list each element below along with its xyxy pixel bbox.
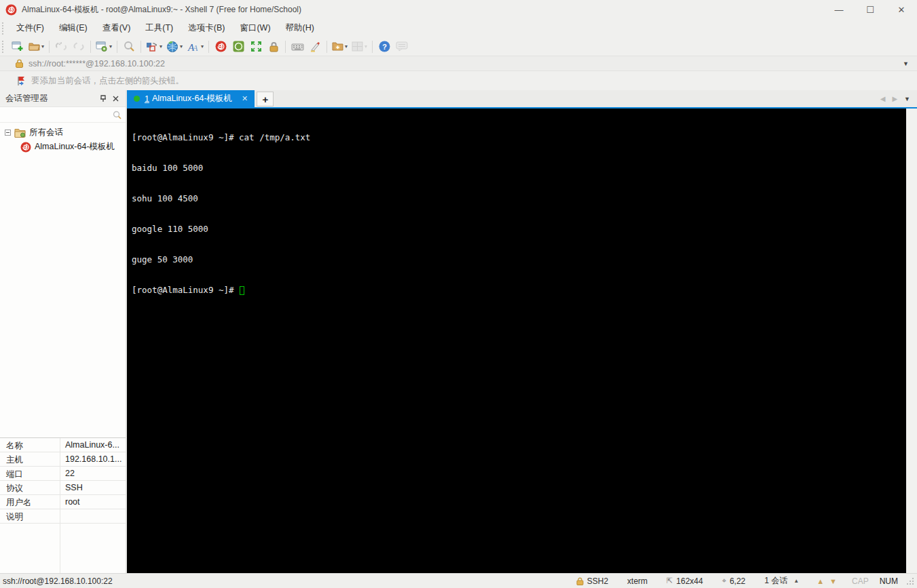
terminal-line: [root@AlmaLinux9 ~]# cat /tmp/a.txt bbox=[132, 132, 906, 142]
resize-dimensions-icon: ⇱ bbox=[667, 576, 673, 585]
prop-label: 主机 bbox=[0, 452, 60, 466]
sessions-folder-icon bbox=[14, 128, 26, 138]
help-icon[interactable]: ? bbox=[375, 39, 393, 55]
xshell-logo-icon bbox=[5, 4, 17, 16]
open-session-dropdown[interactable]: ▾ bbox=[41, 43, 44, 50]
lock-screen-icon[interactable] bbox=[265, 39, 282, 55]
prop-value bbox=[60, 509, 126, 523]
xftp-icon[interactable] bbox=[229, 39, 247, 55]
toolbar-separator bbox=[326, 41, 327, 53]
content-area: 1 AlmaLinux-64-模板机 ✕ + ◀ ▶ ▼ [root@AlmaL… bbox=[127, 90, 917, 573]
prev-session-icon[interactable]: ▲ bbox=[817, 577, 824, 585]
toolbar-separator bbox=[90, 41, 91, 53]
terminal-line: guge 50 3000 bbox=[132, 254, 906, 264]
web-icon[interactable]: ▾ bbox=[164, 39, 185, 55]
status-lock-icon bbox=[576, 577, 584, 585]
status-protocol: SSH2 bbox=[567, 576, 618, 586]
address-url[interactable]: ssh://root:******@192.168.10.100:22 bbox=[29, 59, 897, 68]
tree-item-all-sessions[interactable]: 所有会话 bbox=[0, 125, 126, 140]
tab-index: 1 bbox=[145, 94, 149, 104]
find-icon[interactable] bbox=[120, 39, 138, 55]
info-message: 要添加当前会话，点击左侧的箭头按钮。 bbox=[31, 75, 184, 87]
session-search[interactable] bbox=[0, 107, 126, 123]
search-icon[interactable] bbox=[113, 111, 121, 119]
tab-list-dropdown-icon[interactable]: ▼ bbox=[904, 96, 910, 102]
prop-value: root bbox=[60, 495, 126, 509]
session-manager-header: 会话管理器 bbox=[0, 90, 126, 107]
tree-item-label[interactable]: AlmaLinux-64-模板机 bbox=[35, 141, 115, 153]
close-button[interactable]: ✕ bbox=[886, 0, 917, 19]
menu-edit[interactable]: 编辑(E) bbox=[52, 20, 95, 37]
prop-label: 用户名 bbox=[0, 495, 60, 509]
prop-row-port: 端口 22 bbox=[0, 467, 126, 481]
session-manager-title: 会话管理器 bbox=[5, 93, 97, 104]
address-bar[interactable]: ssh://root:******@192.168.10.100:22 ▼ bbox=[0, 56, 917, 71]
session-properties-dropdown[interactable]: ▾ bbox=[109, 43, 112, 50]
virtual-keyboard-icon[interactable] bbox=[288, 39, 306, 55]
prop-label: 端口 bbox=[0, 467, 60, 480]
terminal-scrollbar[interactable] bbox=[906, 109, 917, 573]
tab-scroll-right-icon: ▶ bbox=[892, 95, 897, 102]
prop-label: 协议 bbox=[0, 481, 60, 494]
tree-collapse-icon[interactable] bbox=[5, 130, 11, 136]
prop-value: SSH bbox=[60, 481, 126, 494]
toolbar-separator bbox=[141, 41, 141, 53]
status-terminal-type[interactable]: xterm bbox=[618, 576, 657, 586]
layout-icon[interactable]: ▾ bbox=[144, 39, 164, 55]
session-search-input[interactable] bbox=[4, 110, 113, 119]
open-session-icon[interactable]: ▾ bbox=[26, 39, 46, 55]
pin-panel-icon[interactable] bbox=[97, 92, 109, 104]
xshell-window: AlmaLinux-64-模板机 - root@AlmaLinux9:~ - X… bbox=[0, 0, 917, 588]
tab-bar: 1 AlmaLinux-64-模板机 ✕ + ◀ ▶ ▼ bbox=[127, 90, 917, 109]
address-dropdown[interactable]: ▼ bbox=[897, 60, 914, 67]
prop-value: AlmaLinux-6... bbox=[60, 438, 126, 452]
menubar-grip[interactable] bbox=[2, 22, 7, 35]
menu-window[interactable]: 窗口(W) bbox=[232, 20, 278, 37]
window-resize-grip[interactable] bbox=[906, 577, 914, 585]
status-num-lock: NUM bbox=[876, 576, 905, 586]
title-bar: AlmaLinux-64-模板机 - root@AlmaLinux9:~ - X… bbox=[0, 0, 917, 19]
menu-file[interactable]: 文件(F) bbox=[9, 20, 52, 37]
terminal-line: baidu 100 5000 bbox=[132, 163, 906, 173]
highlight-pen-icon[interactable] bbox=[306, 39, 324, 55]
xshell-icon[interactable] bbox=[212, 39, 229, 55]
prop-value: 22 bbox=[60, 467, 126, 480]
toolbar-separator bbox=[372, 41, 373, 53]
status-session-count[interactable]: 1 会话▲ bbox=[755, 575, 808, 587]
tile-windows-dropdown: ▾ bbox=[364, 43, 367, 50]
minimize-button[interactable]: — bbox=[823, 0, 855, 19]
menu-tools[interactable]: 工具(T) bbox=[138, 20, 181, 37]
font-dropdown[interactable]: ▾ bbox=[201, 43, 204, 50]
tree-item-session[interactable]: AlmaLinux-64-模板机 bbox=[0, 140, 126, 154]
session-properties-icon[interactable]: ▾ bbox=[94, 39, 114, 55]
close-panel-icon[interactable] bbox=[109, 92, 121, 104]
fullscreen-icon[interactable] bbox=[247, 39, 265, 55]
new-folder-dropdown[interactable]: ▾ bbox=[345, 43, 348, 50]
menu-tabs[interactable]: 选项卡(B) bbox=[181, 20, 232, 37]
status-bar: ssh://root@192.168.10.100:22 SSH2 xterm … bbox=[0, 573, 917, 588]
maximize-button[interactable]: ☐ bbox=[855, 0, 886, 19]
new-tab-button[interactable]: + bbox=[257, 92, 274, 106]
add-session-flag-icon bbox=[17, 76, 26, 86]
terminal[interactable]: [root@AlmaLinux9 ~]# cat /tmp/a.txt baid… bbox=[127, 109, 906, 573]
reconnect-icon bbox=[70, 39, 88, 55]
status-session-nav: ▲ ▼ bbox=[808, 577, 845, 585]
menu-help[interactable]: 帮助(H) bbox=[278, 20, 322, 37]
new-folder-icon[interactable]: ▾ bbox=[330, 39, 350, 55]
font-icon[interactable]: AA ▾ bbox=[185, 39, 206, 55]
session-count-dropdown-icon[interactable]: ▲ bbox=[793, 578, 799, 584]
connected-dot-icon bbox=[134, 96, 140, 102]
new-session-icon[interactable] bbox=[9, 39, 26, 55]
tab-session[interactable]: 1 AlmaLinux-64-模板机 ✕ bbox=[127, 90, 255, 107]
layout-dropdown[interactable]: ▾ bbox=[160, 43, 162, 50]
web-dropdown[interactable]: ▾ bbox=[180, 43, 183, 50]
disconnect-icon bbox=[52, 39, 70, 55]
tab-close-icon[interactable]: ✕ bbox=[242, 94, 248, 103]
svg-text:?: ? bbox=[382, 43, 387, 51]
toolbar-grip[interactable] bbox=[2, 41, 7, 53]
tree-item-label[interactable]: 所有会话 bbox=[29, 127, 63, 138]
menu-view[interactable]: 查看(V) bbox=[95, 20, 138, 37]
terminal-prompt-line: [root@AlmaLinux9 ~]# bbox=[132, 285, 906, 295]
toolbar-separator bbox=[117, 41, 117, 53]
next-session-icon[interactable]: ▼ bbox=[829, 577, 837, 585]
